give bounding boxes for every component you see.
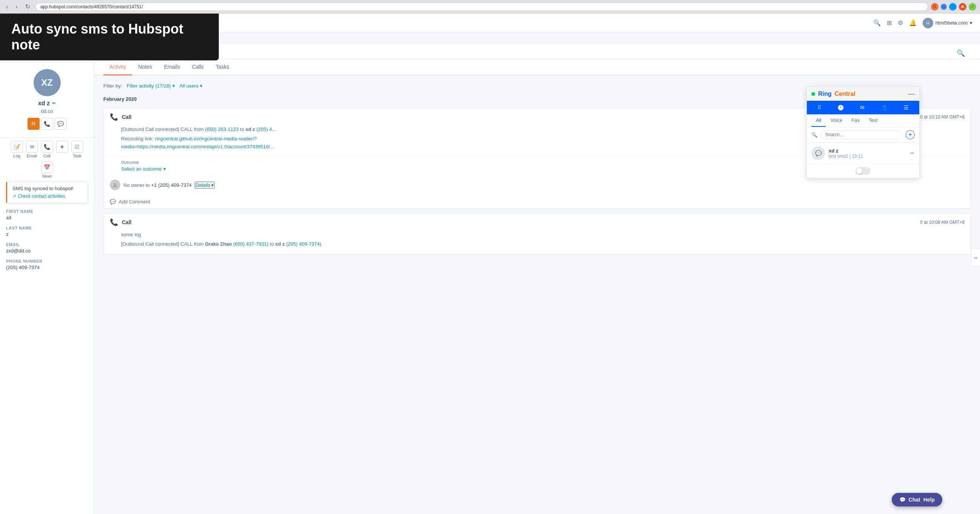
help-label: Help [923,496,935,503]
message-button[interactable]: 💬 [55,118,67,130]
tab-notes[interactable]: Notes [132,59,158,75]
rc-search-bar: 🔍 + [807,127,919,143]
rc-conversation-item[interactable]: 💬 xd z test sms2 | 13:11 ✏ [807,143,919,164]
collapse-panel-button[interactable]: ›‹ [971,248,980,267]
rc-status-dot [811,92,815,96]
browser-icon-5: ✓ [969,3,976,11]
rc-conversation-edit-icon[interactable]: ✏ [910,150,915,156]
meet-button[interactable]: 📅 Meet [41,161,53,179]
overlay-banner: Auto sync sms to Hubspot note [0,14,219,61]
tab-activity[interactable]: Activity [103,59,132,75]
rc-minimize-button[interactable]: — [908,90,915,98]
url-bar[interactable] [35,3,928,11]
first-name-field: First name xd [6,209,88,220]
svg-point-0 [114,183,116,185]
external-link-icon: ↗ [13,193,16,199]
recording-link[interactable]: ringcentral.github.io/ringcentral-media-… [121,136,274,150]
sms-log-text: SMS log synced to hubspot! [13,186,82,192]
users-filter-label: All users [180,83,199,89]
activity-body-2: some log [Outbound Call connected] CALL … [104,231,970,254]
log-button[interactable]: 📝 Log [11,141,23,158]
search-icon[interactable]: 🔍 [873,19,881,26]
check-activities-link[interactable]: ↗ Check contact activities [13,193,82,199]
more-icon: + [56,141,68,153]
contact-company: dd.co [41,108,53,114]
email-label: Email [6,242,88,247]
rc-toggle-area [807,164,919,178]
first-name-value: xd [6,215,88,220]
ringcentral-button[interactable]: R [27,118,40,130]
rc-tab-text[interactable]: Text [864,114,882,127]
rc-nav-messages-button[interactable]: ✉ [856,102,869,113]
email-label: Email [27,153,37,158]
browser-icon-3: ⬡ [949,3,957,11]
browser-icon-1: R [931,3,939,11]
phone-button[interactable]: 📞 [41,118,53,130]
rc-nav-menu-button[interactable]: ☰ [900,102,913,113]
drake-phone-link[interactable]: (650) 437-7931) [233,241,268,247]
rc-tab-all[interactable]: All [811,114,826,127]
filter-chevron-icon: ▾ [172,83,175,89]
activity-card-2: 📞 Call 0 at 10:08 AM GMT+8 some log [Out… [103,213,971,255]
email-field: Email zxd@dd.co [6,242,88,254]
tab-emails[interactable]: Emails [158,59,186,75]
activity-filter-label: Filter activity (17/18) [127,83,171,89]
rc-conversation-name: xd z [829,148,907,153]
add-comment-button[interactable]: 💬 Add Comment [104,195,970,208]
call-label: Call [43,153,51,158]
rc-tab-fax[interactable]: Fax [847,114,864,127]
header-icons: 🔍 ⊞ ⚙ 🔔 [873,19,916,26]
owner-section: No owner to +1 (205) 409-7374 Details ▾ [104,176,970,195]
rc-conversation-avatar: 💬 [811,147,825,160]
contact-action-icons: R 📞 💬 [27,118,67,130]
activity-filter-button[interactable]: Filter activity (17/18) ▾ [127,83,175,89]
tab-calls[interactable]: Calls [186,59,210,75]
select-outcome-label: Select an outcome [121,166,162,172]
rc-tab-voice[interactable]: Voice [826,114,847,127]
outcome-chevron-icon: ▾ [163,166,166,172]
rc-nav: ⠿ 🕐 ✉ 👤 ☰ [807,101,919,114]
users-filter-button[interactable]: All users ▾ [180,83,202,89]
last-name-field: Last name z [6,226,88,237]
chat-icon: 💬 [899,496,906,503]
forward-button[interactable]: › [13,3,20,11]
task-button[interactable]: ☑ Task [71,141,83,158]
tab-tasks[interactable]: Tasks [210,59,235,75]
owner-avatar [110,180,120,190]
owner-phone: +1 (205) 409-7374 [151,182,192,188]
email-button[interactable]: ✉ Email [26,141,38,158]
chat-help-button[interactable]: 💬 Chat Help [892,493,942,506]
rc-compose-button[interactable]: + [906,130,915,139]
from-phone-link[interactable]: (650) 263-1123 [205,126,239,132]
call-button[interactable]: 📞 Call [41,141,53,158]
actions-bar: Actions ▾ [94,43,980,59]
rc-toggle-switch[interactable] [856,167,870,175]
header-user[interactable]: H html5beta.com ▾ [923,18,972,28]
rc-nav-apps-button[interactable]: ⠿ [814,102,825,113]
right-search-button[interactable]: 🔍 [957,49,965,57]
rc-panel-header: RingCentral — [807,87,919,101]
to-phone-link[interactable]: (205) 4... [256,126,276,132]
comment-icon: 💬 [110,199,116,204]
rc-search-input[interactable] [821,130,903,139]
xd-phone-link[interactable]: (205) 409-7374) [286,241,321,247]
notifications-icon[interactable]: 🔔 [909,19,916,26]
rc-nav-contacts-button[interactable]: 👤 [877,102,891,113]
add-comment-label: Add Comment [119,199,150,204]
phone-value: (205) 409-7374 [6,265,88,270]
filter-by-label: Filter by: [103,83,122,89]
edit-icon[interactable]: ✏ [52,101,56,106]
browser-bar: ‹ › ↻ R N ⬡ 🔔 ✓ [0,0,980,14]
back-button[interactable]: ‹ [4,3,10,11]
rc-nav-recent-button[interactable]: 🕐 [834,102,848,113]
details-button[interactable]: Details ▾ [195,182,215,189]
reload-button[interactable]: ↻ [23,2,32,11]
activity-title: Call [122,114,132,120]
more-button[interactable]: + [56,141,68,158]
contact-name: xd z ✏ [38,100,56,107]
meet-icon: 📅 [41,161,53,173]
apps-icon[interactable]: ⊞ [887,19,892,26]
settings-icon[interactable]: ⚙ [898,19,903,26]
rc-panel-container: RingCentral — ⠿ 🕐 ✉ 👤 ☰ All Voice [807,86,920,178]
task-icon: ☑ [71,141,83,153]
